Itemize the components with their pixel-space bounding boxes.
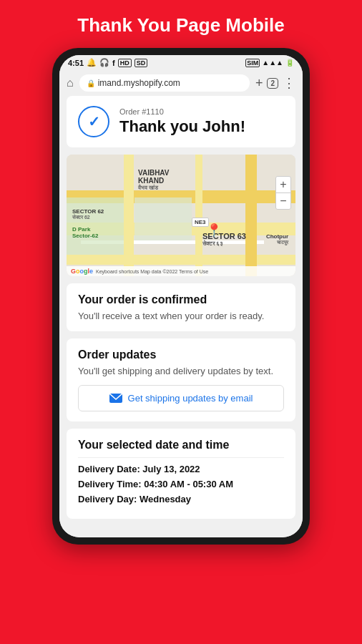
delivery-date-value: July 13, 2022 — [142, 464, 200, 474]
delivery-time-row: Delivery Time: 04:30 AM - 05:30 AM — [78, 479, 284, 489]
facebook-icon: f — [112, 59, 115, 67]
delivery-time-value: 04:30 AM - 05:30 AM — [144, 479, 233, 489]
order-number: Order #1110 — [119, 107, 245, 116]
notification-icon: 🔔 — [87, 58, 97, 67]
envelope-icon — [109, 394, 122, 403]
order-confirmed-title: Your order is confirmed — [78, 293, 284, 306]
status-icon1: HD — [118, 59, 132, 67]
email-button-label: Get shipping updates by email — [128, 393, 253, 404]
selected-date-card: Your selected date and time Delivery Dat… — [67, 429, 295, 519]
checkmark-icon: ✓ — [88, 113, 100, 130]
zoom-in-button[interactable]: + — [280, 177, 286, 192]
status-bar: 4:51 🔔 🎧 f HD SD SIM ▲▲▲ 🔋 — [59, 55, 303, 70]
phone-inner: 4:51 🔔 🎧 f HD SD SIM ▲▲▲ 🔋 ⌂ 🔒 imand.mys… — [59, 55, 303, 537]
delivery-date-row: Delivery Date: July 13, 2022 — [78, 464, 284, 474]
new-tab-icon[interactable]: + — [255, 76, 263, 91]
map-label-vaibhav: VAIBHAV KHAND वैभव खांड — [138, 169, 170, 192]
headphone-icon: 🎧 — [99, 58, 109, 67]
delivery-day-label: Delivery Day: — [78, 494, 140, 504]
map-container: VAIBHAV KHAND वैभव खांड SECTOR 62 सेक्टर… — [67, 155, 295, 276]
browser-bar: ⌂ 🔒 imand.myshopify.com + 2 ⋮ — [59, 70, 303, 96]
delivery-time-label: Delivery Time: — [78, 479, 144, 489]
url-text: imand.myshopify.com — [98, 78, 180, 88]
order-confirmed-card: Your order is confirmed You'll receive a… — [67, 283, 295, 331]
home-icon[interactable]: ⌂ — [67, 77, 74, 89]
order-header-card: ✓ Order #1110 Thank you John! — [67, 96, 295, 147]
map-zoom-controls[interactable]: + − — [275, 176, 291, 210]
google-logo: Google — [71, 268, 93, 275]
page-title: Thank You Page Mobile — [77, 14, 284, 36]
order-confirmed-subtitle: You'll receive a text when your order is… — [78, 311, 284, 321]
signal-icon: ▲▲▲ — [262, 59, 283, 67]
tab-count-box[interactable]: 2 — [267, 78, 278, 89]
page-content: ✓ Order #1110 Thank you John! — [59, 96, 303, 537]
email-button[interactable]: Get shipping updates by email — [78, 385, 284, 411]
thank-you-heading: Thank you John! — [119, 117, 245, 136]
delivery-day-row: Delivery Day: Wednesday — [78, 494, 284, 504]
status-time: 4:51 — [68, 59, 84, 67]
zoom-out-button[interactable]: − — [280, 193, 286, 209]
address-bar[interactable]: 🔒 imand.myshopify.com — [79, 74, 250, 92]
map-pin: 📍 — [206, 223, 222, 238]
order-updates-subtitle: You'll get shipping and delivery updates… — [78, 366, 284, 376]
map-label-chotpur: Chotpur चाटपुर — [266, 233, 288, 245]
map-label-sector62: SECTOR 62 सेक्टर 62 — [72, 208, 104, 220]
sim-icon: SIM — [245, 59, 260, 67]
delivery-day-value: Wednesday — [140, 494, 191, 504]
browser-actions: + 2 ⋮ — [255, 75, 295, 91]
map-label-dpark: D Park Sector-62 — [72, 226, 98, 239]
order-updates-title: Order updates — [78, 348, 284, 361]
order-updates-card: Order updates You'll get shipping and de… — [67, 338, 295, 421]
phone-frame: 4:51 🔔 🎧 f HD SD SIM ▲▲▲ 🔋 ⌂ 🔒 imand.mys… — [52, 48, 310, 545]
delivery-date-label: Delivery Date: — [78, 464, 142, 474]
check-circle: ✓ — [78, 106, 109, 137]
lock-icon: 🔒 — [87, 79, 95, 87]
menu-icon[interactable]: ⋮ — [283, 75, 295, 91]
status-icon2: SD — [134, 59, 148, 67]
map-footer: Google Keyboard shortcuts Map data ©2022… — [67, 266, 295, 276]
selected-date-title: Your selected date and time — [78, 439, 284, 452]
order-header-text: Order #1110 Thank you John! — [119, 107, 245, 136]
map-footer-text: Keyboard shortcuts Map data ©2022 Terms … — [96, 269, 208, 274]
battery-icon: 🔋 — [285, 59, 294, 67]
